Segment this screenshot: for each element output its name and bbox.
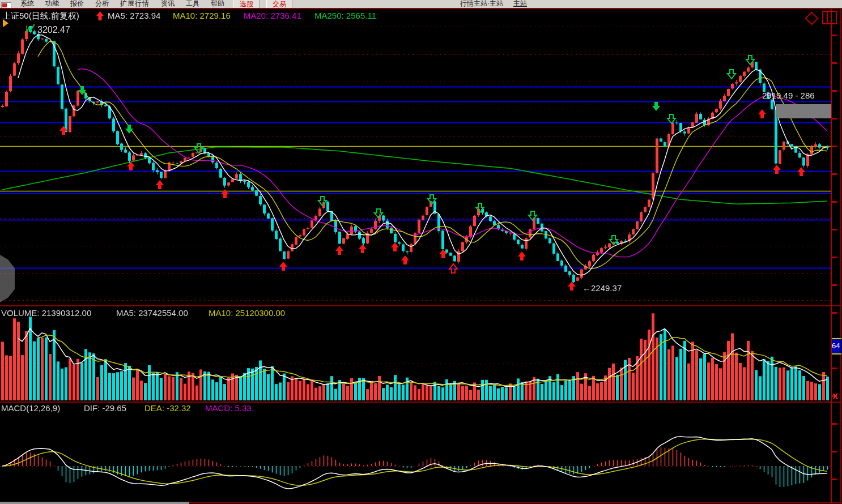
ma250-value: MA250: 2565.11 — [314, 11, 376, 20]
ma10-value: MA10: 2729.16 — [173, 11, 231, 20]
price-range-label: 2919.49 - 286 — [762, 91, 815, 100]
volume-value: VOLUME: 21390312.00 — [1, 308, 91, 318]
volume-ma5-value: MA5: 23742554.00 — [116, 308, 188, 318]
low-price-label: ←2249.37 — [582, 283, 622, 293]
trading-app-window: { "menubar": { "items": ["系统","功能","报价",… — [0, 0, 842, 504]
main-chart-canvas[interactable] — [0, 9, 831, 306]
high-price-label: 3202.47 — [37, 25, 70, 35]
macd-chart-canvas[interactable] — [0, 403, 831, 502]
macd-name: MACD(12,26,9) — [1, 403, 60, 413]
up-arrow-icon — [96, 11, 104, 23]
dif-value: DIF: -29.65 — [84, 403, 126, 413]
ma20-value: MA20: 2736.41 — [244, 11, 301, 20]
volume-chart-canvas[interactable] — [0, 306, 831, 402]
selection-highlight — [776, 104, 831, 118]
sidebar-expand-arrow-icon[interactable] — [3, 19, 8, 27]
window-right-border — [840, 8, 841, 504]
volume-ma10-value: MA10: 25120300.00 — [209, 308, 285, 318]
bottom-scrollbar-fragment[interactable] — [0, 502, 189, 504]
ma5-value: MA5: 2723.94 — [108, 11, 160, 20]
restore-window-icon[interactable] — [822, 11, 837, 24]
macd-value: MACD: 5.33 — [205, 403, 252, 413]
close-panel-button[interactable]: X — [832, 391, 838, 401]
symbol-title: 上证50(日线.前复权) — [2, 11, 79, 22]
right-axis-ticks — [832, 8, 837, 503]
right-axis-line — [831, 8, 832, 503]
high-marker-icon — [25, 23, 36, 36]
volume-axis-badge: 64 — [832, 338, 841, 354]
dea-value: DEA: -32.32 — [144, 403, 191, 413]
